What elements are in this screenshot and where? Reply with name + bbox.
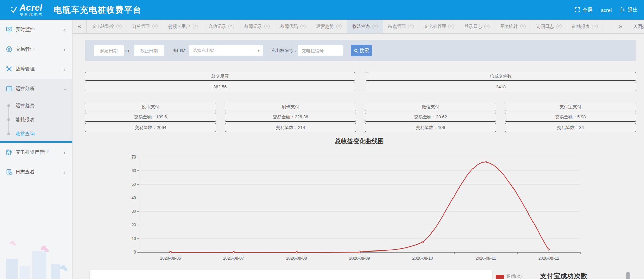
chevron-left-icon	[63, 150, 67, 154]
header-actions: 全屏 acrel 退出	[575, 7, 638, 13]
app-header: Acrel 安科瑞电气 电瓶车充电桩收费平台 全屏 acrel	[0, 0, 644, 20]
chart-title: 总收益变化曲线图	[136, 137, 583, 145]
tab-order-mgmt[interactable]: 订单管理×	[127, 20, 163, 33]
payment-amount: 交易金额：226.36	[225, 113, 356, 122]
tab-login-log[interactable]: 登录日志×	[459, 20, 495, 33]
tab-close-icon[interactable]: ×	[592, 24, 598, 29]
close-operations-menu[interactable]: 关闭操作	[628, 20, 644, 33]
svg-text:2020-08-11: 2020-08-11	[476, 256, 496, 261]
search-button-label: 搜索	[360, 48, 369, 54]
payment-amount: 交易金额：5.98	[505, 113, 636, 122]
sidebar-item-realtime-monitor[interactable]: 实时监控	[0, 20, 72, 39]
logout-icon	[620, 7, 625, 13]
sidebar-subitem-energy-report[interactable]: 能耗报表	[0, 113, 72, 127]
sidebar-item-label: 运营分析	[16, 86, 35, 92]
app-window: Acrel 安科瑞电气 电瓶车充电桩收费平台 全屏 acrel	[0, 0, 644, 279]
payment-amount: 交易金额：20.62	[365, 113, 496, 122]
station-select-placeholder: 选择充电站	[193, 48, 255, 54]
payment-count: 交易笔数：214	[225, 123, 356, 132]
payment-title: 微信支付	[365, 103, 496, 111]
bullet-dot-icon	[7, 133, 10, 135]
tab-access-log[interactable]: 访问日志×	[531, 20, 567, 33]
tab-label: 图表统计	[500, 23, 518, 30]
fullscreen-button[interactable]: 全屏	[575, 7, 592, 13]
fullscreen-label: 全屏	[582, 7, 592, 13]
tab-close-icon[interactable]: ×	[484, 24, 490, 29]
sidebar-subitem-revenue-query[interactable]: 收益查询	[0, 127, 72, 141]
end-date-input[interactable]	[134, 45, 164, 56]
sidebar-item-label: 实时监控	[16, 26, 35, 33]
total-count-value: 2418	[366, 82, 636, 91]
tab-pile-mgmt[interactable]: 充电桩管理×	[419, 20, 459, 33]
pile-number-label: 充电桩编号：	[271, 48, 298, 54]
logout-label: 退出	[628, 7, 638, 13]
tab-label: 收益查询	[352, 23, 370, 30]
tab-close-icon[interactable]: ×	[520, 24, 526, 29]
tab-close-icon[interactable]: ×	[300, 24, 306, 29]
tab-label: 登录日志	[464, 23, 482, 30]
tab-label: 能耗报表	[572, 23, 590, 30]
vertical-scrollbar-thumb[interactable]	[626, 272, 630, 279]
search-icon	[354, 49, 358, 53]
svg-text:2020-08-12: 2020-08-12	[538, 256, 559, 261]
tab-label: 充值记录	[208, 23, 226, 30]
tab-recharge-records[interactable]: 充值记录×	[203, 20, 239, 33]
payment-card-card: 刷卡支付交易金额：226.36交易笔数：214	[225, 103, 356, 133]
tab-close-icon[interactable]: ×	[408, 24, 414, 29]
sidebar-item-operation-analysis[interactable]: 运营分析	[0, 79, 72, 98]
svg-text:40: 40	[132, 196, 136, 200]
svg-text:30: 30	[132, 209, 136, 214]
chevron-left-icon	[63, 27, 67, 32]
svg-text:2020-08-07: 2020-08-07	[223, 256, 244, 261]
brand-logo: Acrel 安科瑞电气	[10, 3, 43, 16]
svg-text:50: 50	[132, 182, 136, 187]
tab-revenue-query[interactable]: 收益查询×	[347, 20, 383, 33]
sidebar-item-transaction-mgmt[interactable]: 交易管理	[0, 39, 72, 59]
tab-close-icon[interactable]: ×	[372, 24, 378, 29]
tab-close-icon[interactable]: ×	[152, 24, 158, 29]
brand-name: Acrel	[20, 3, 43, 12]
log-icon	[6, 169, 13, 175]
tab-energy-report[interactable]: 能耗报表×	[567, 20, 603, 33]
tab-close-icon[interactable]: ×	[116, 24, 122, 29]
tabs-scroll-right-button[interactable]: »	[613, 20, 628, 33]
sidebar: 实时监控交易管理故障管理运营分析运营趋势能耗报表收益查询充电桩资产管理日志查看	[0, 20, 73, 279]
tab-label: 订单管理	[132, 23, 150, 30]
logout-button[interactable]: 退出	[620, 7, 638, 13]
total-amount-title: 总交易额	[85, 72, 355, 81]
sidebar-item-log-view[interactable]: 日志查看	[0, 162, 72, 182]
tab-label: 访问日志	[536, 23, 554, 30]
charging-pile-icon	[6, 149, 13, 156]
sidebar-item-fault-mgmt[interactable]: 故障管理	[0, 59, 72, 79]
tab-rfid-users[interactable]: 射频卡用户×	[163, 20, 203, 33]
station-select[interactable]: 选择充电站 ▼	[189, 45, 263, 56]
tab-close-icon[interactable]: ×	[448, 24, 454, 29]
sidebar-item-pile-asset-mgmt[interactable]: 充电桩资产管理	[0, 143, 72, 162]
username[interactable]: acrel	[601, 7, 612, 13]
tab-chart-stats[interactable]: 图表统计×	[495, 20, 531, 33]
tab-label: 运营趋势	[316, 23, 334, 30]
tab-station-monitor[interactable]: 充电站监控×	[87, 20, 127, 33]
tab-close-icon[interactable]: ×	[336, 24, 342, 29]
tab-close-icon[interactable]: ×	[193, 24, 198, 29]
pile-number-input[interactable]	[298, 45, 343, 56]
tab-site-mgmt[interactable]: 站点管理×	[383, 20, 419, 33]
tab-fault-records[interactable]: 故障记录×	[239, 20, 275, 33]
sidebar-group-operation-analysis: 运营分析运营趋势能耗报表收益查询	[0, 79, 72, 143]
tab-bar: « 充电站监控×订单管理×射频卡用户×充值记录×故障记录×故障代码×运营趋势×收…	[72, 20, 644, 34]
svg-text:60: 60	[132, 168, 136, 173]
sidebar-subitem-operation-trend[interactable]: 运营趋势	[0, 98, 72, 113]
tab-close-icon[interactable]: ×	[228, 24, 234, 29]
svg-text:2020-08-09: 2020-08-09	[349, 256, 370, 261]
chevron-left-icon	[63, 67, 67, 71]
legend-swatch	[496, 275, 504, 279]
tabs-scroll-left-button[interactable]: «	[72, 20, 87, 33]
start-date-input[interactable]	[94, 45, 124, 56]
tab-close-icon[interactable]: ×	[556, 24, 562, 29]
tab-operation-trend[interactable]: 运营趋势×	[311, 20, 347, 33]
search-button[interactable]: 搜索	[351, 45, 372, 56]
tab-close-icon[interactable]: ×	[264, 24, 270, 29]
fault-tools-icon	[6, 66, 13, 72]
tab-fault-codes[interactable]: 故障代码×	[275, 20, 311, 33]
filter-bar: to 充电站： 选择充电站 ▼ 充电桩编号： 搜索	[85, 40, 636, 61]
